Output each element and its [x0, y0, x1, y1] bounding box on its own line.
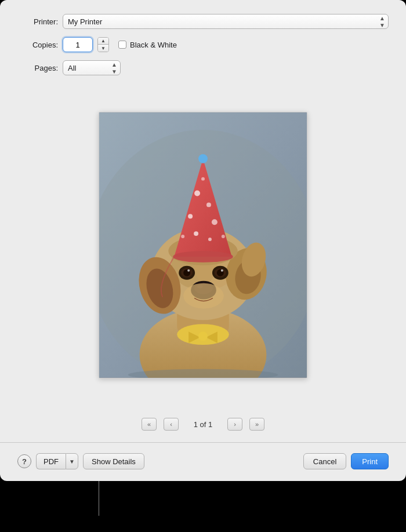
tooltip-indicator-line [99, 481, 99, 516]
preview-frame [99, 112, 307, 378]
pdf-dropdown-button[interactable]: ▼ [66, 453, 78, 469]
print-button[interactable]: Print [351, 453, 389, 469]
pdf-button[interactable]: PDF [36, 453, 66, 469]
black-white-checkbox[interactable] [118, 41, 126, 49]
dog-svg [99, 112, 307, 378]
pdf-group: PDF ▼ [36, 453, 78, 469]
svg-point-37 [222, 235, 225, 238]
pages-select[interactable]: All From/To [63, 60, 121, 75]
copies-stepper: ▲ ▼ [97, 37, 109, 52]
svg-point-24 [221, 269, 223, 271]
copies-row: Copies: ▲ ▼ Black & White [17, 37, 389, 52]
svg-point-28 [183, 283, 224, 308]
black-white-text: Black & White [130, 41, 177, 49]
pages-label: Pages: [17, 64, 58, 72]
copies-down-button[interactable]: ▼ [98, 45, 108, 52]
printer-row: Printer: My Printer PDFAdd Printer... ▲ … [17, 14, 389, 29]
svg-point-33 [212, 219, 217, 225]
divider [0, 442, 406, 443]
svg-point-38 [201, 177, 205, 180]
pages-select-wrapper: All From/To ▲ ▼ [63, 60, 121, 75]
preview-image [99, 112, 307, 378]
help-button[interactable]: ? [17, 454, 31, 468]
print-dialog: Printer: My Printer PDFAdd Printer... ▲ … [0, 0, 406, 481]
prev-page-button[interactable]: ‹ [164, 418, 179, 431]
svg-point-31 [206, 202, 211, 207]
svg-point-35 [208, 238, 212, 241]
black-white-label[interactable]: Black & White [118, 41, 177, 49]
cancel-button[interactable]: Cancel [303, 453, 346, 469]
printer-label: Printer: [17, 17, 58, 26]
svg-point-36 [181, 235, 184, 238]
show-details-button[interactable]: Show Details [83, 453, 144, 469]
next-page-button[interactable]: › [227, 418, 242, 431]
last-page-button[interactable]: » [249, 418, 264, 431]
svg-point-32 [188, 214, 193, 218]
first-page-button[interactable]: « [142, 418, 157, 431]
svg-point-7 [198, 331, 208, 341]
preview-area [17, 83, 389, 406]
pages-row: Pages: All From/To ▲ ▼ [17, 60, 389, 75]
copies-up-button[interactable]: ▲ [98, 38, 108, 45]
printer-select[interactable]: My Printer PDFAdd Printer... [63, 14, 389, 29]
copies-input[interactable] [63, 37, 93, 52]
svg-point-40 [198, 154, 208, 163]
svg-point-39 [173, 250, 233, 262]
svg-point-34 [194, 231, 198, 236]
svg-point-20 [187, 269, 190, 271]
printer-select-wrapper: My Printer PDFAdd Printer... ▲ ▼ [63, 14, 389, 29]
svg-point-30 [194, 190, 200, 196]
copies-label: Copies: [17, 41, 58, 49]
page-info: 1 of 1 [186, 420, 220, 429]
page-navigation: « ‹ 1 of 1 › » [17, 414, 389, 434]
bottom-bar: ? PDF ▼ Show Details Cancel Print [17, 451, 389, 469]
